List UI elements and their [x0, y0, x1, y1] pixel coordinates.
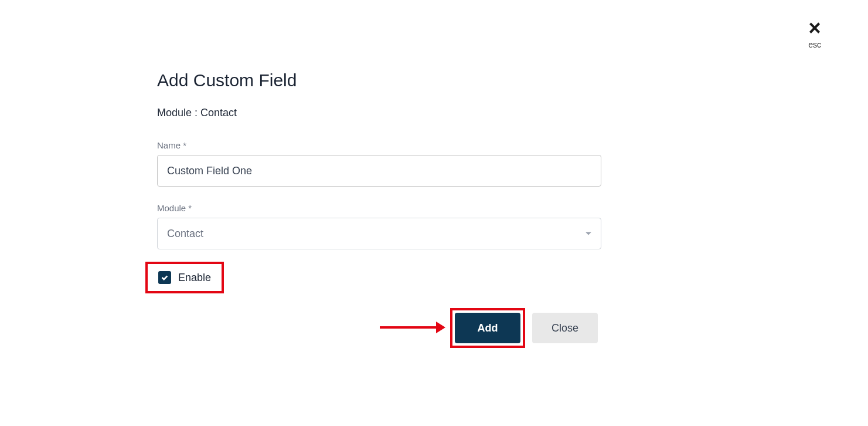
close-icon: × [809, 18, 821, 39]
modal-content: Add Custom Field Module : Contact Name *… [157, 70, 601, 266]
enable-checkbox[interactable] [158, 271, 171, 284]
close-esc-label: esc [808, 40, 821, 49]
add-button[interactable]: Add [455, 313, 520, 343]
module-label: Module * [157, 203, 601, 213]
arrow-line [380, 326, 436, 329]
name-field-group: Name * [157, 140, 601, 187]
module-selected-value: Contact [167, 228, 203, 240]
arrow-right-icon [436, 322, 445, 333]
enable-checkbox-highlight: Enable [145, 262, 224, 293]
close-modal-button[interactable]: × esc [808, 18, 821, 49]
module-field-group: Module * Contact [157, 203, 601, 249]
arrow-annotation [380, 322, 445, 333]
button-row: Add Close [450, 308, 598, 348]
close-button[interactable]: Close [532, 313, 598, 343]
modal-title: Add Custom Field [157, 70, 601, 90]
chevron-down-icon [586, 232, 591, 235]
add-button-highlight: Add [450, 308, 525, 348]
enable-label: Enable [178, 272, 211, 284]
module-select[interactable]: Contact [157, 218, 601, 249]
name-label: Name * [157, 140, 601, 150]
name-input[interactable] [157, 155, 601, 187]
module-info: Module : Contact [157, 107, 601, 119]
checkmark-icon [161, 273, 169, 282]
